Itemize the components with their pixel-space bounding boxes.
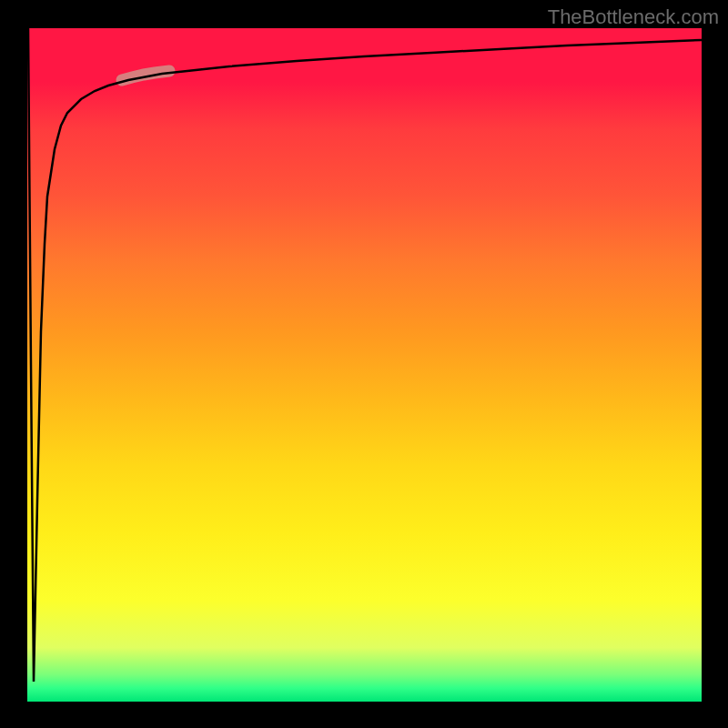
curve-line xyxy=(28,28,702,682)
highlight-segment xyxy=(122,71,169,80)
watermark-text: TheBottleneck.com xyxy=(548,5,719,29)
curve-svg xyxy=(27,28,702,702)
chart-plot-area xyxy=(27,28,702,702)
